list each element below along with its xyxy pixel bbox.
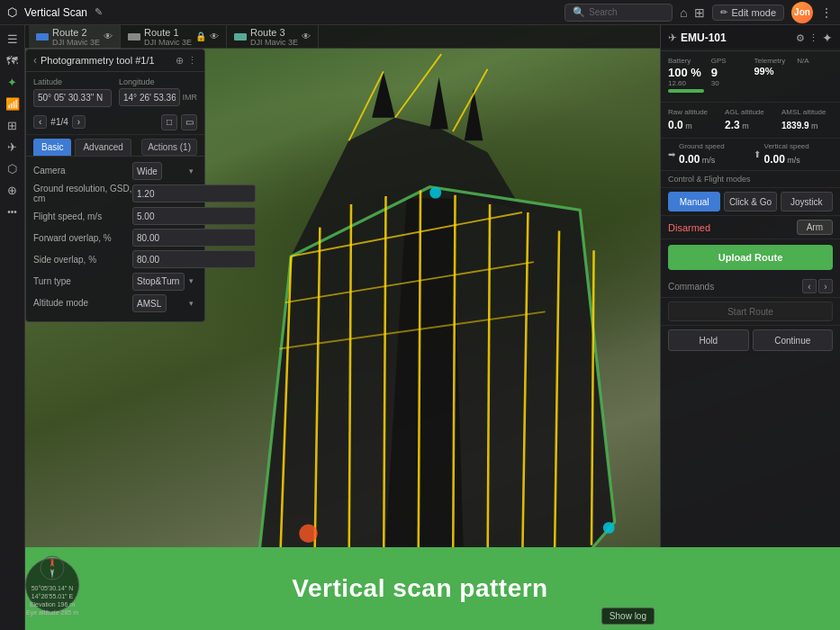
sidebar-item-tools[interactable]: ⊕ xyxy=(3,180,23,200)
ground-speed-label: Ground speed xyxy=(679,142,725,150)
cmd-nav-next[interactable]: › xyxy=(818,279,833,293)
nav-next-button[interactable]: › xyxy=(72,115,86,129)
imr-label[interactable]: IMR xyxy=(183,93,198,102)
nav-icon-rect[interactable]: ▭ xyxy=(181,114,197,130)
sidebar-item-menu[interactable]: ☰ xyxy=(3,29,23,49)
drone-stats: Battery 100 % 12.60 GPS 9 30 Telemetry 9… xyxy=(661,51,840,103)
gsd-label: Ground resolution, GSD, cm xyxy=(33,184,132,203)
nav-icon-square[interactable]: □ xyxy=(161,114,177,130)
altitude-row: Raw altitude 0.0 m AGL altitude 2.3 m AM… xyxy=(661,103,840,139)
battery-stat: Battery 100 % 12.60 xyxy=(668,57,704,93)
hold-button[interactable]: Hold xyxy=(668,329,749,351)
modes-label: Control & Flight modes xyxy=(668,175,751,184)
layers-icon[interactable]: ⊞ xyxy=(694,5,705,20)
edit-title-icon[interactable]: ✎ xyxy=(95,6,103,18)
cmd-nav-prev[interactable]: ‹ xyxy=(802,279,817,293)
sidebar-item-polygon[interactable]: ⬡ xyxy=(3,158,23,178)
forward-input[interactable] xyxy=(132,229,256,247)
show-log-button[interactable]: Show log xyxy=(601,608,655,625)
sidebar-item-route[interactable]: ✦ xyxy=(3,72,23,92)
drone-propeller-icon[interactable]: ✦ xyxy=(822,31,833,45)
route-tab-eye-0[interactable]: 👁 xyxy=(104,32,113,41)
gsd-input[interactable] xyxy=(132,184,256,202)
svg-point-26 xyxy=(429,187,441,199)
action-btns: Start Route xyxy=(661,298,840,326)
tab-advanced[interactable]: Advanced xyxy=(75,139,131,156)
drone-more-icon[interactable]: ⋮ xyxy=(808,32,818,44)
form-row-side: Side overlap, % xyxy=(33,250,197,268)
sidebar-item-map[interactable]: 🗺 xyxy=(3,50,23,70)
edit-mode-button[interactable]: ✏ Edit mode xyxy=(712,4,784,21)
vertical-speed: ⬆ Vertical speed 0.00 m/s xyxy=(754,142,834,166)
battery-bar xyxy=(668,89,704,93)
svg-marker-4 xyxy=(429,77,448,130)
latitude-input[interactable] xyxy=(33,89,112,107)
search-placeholder: Search xyxy=(589,7,618,17)
route-actions: Hold Continue xyxy=(661,326,840,355)
nav-label: #1/4 xyxy=(50,117,68,127)
top-bar: ⬡ Vertical Scan ✎ 🔍 Search ⌂ ⊞ ✏ Edit mo… xyxy=(0,0,840,25)
side-input[interactable] xyxy=(132,250,256,268)
route-tab-2[interactable]: Route 3 DJI Mavic 3E 👁 xyxy=(227,25,319,49)
back-button[interactable]: ‹ xyxy=(33,54,37,67)
form-row-turn: Turn type Stop&Turn xyxy=(33,272,197,291)
forward-label: Forward overlap, % xyxy=(33,233,132,243)
camera-label: Camera xyxy=(33,166,132,176)
raw-altitude: Raw altitude 0.0 m xyxy=(668,108,719,132)
tab-actions[interactable]: Actions (1) xyxy=(141,139,197,156)
home-icon[interactable]: ⌂ xyxy=(680,5,687,20)
user-initials: Jon xyxy=(794,7,810,17)
route-tab-0[interactable]: Route 2 DJI Mavic 3E 👁 xyxy=(29,25,121,49)
svg-text:N: N xyxy=(50,558,54,563)
route-tab-name-1: Route 1 xyxy=(144,27,192,38)
sidebar-item-drone[interactable]: ✈ xyxy=(3,137,23,157)
route-tab-eye-2[interactable]: 👁 xyxy=(302,32,311,41)
commands-nav: ‹ › xyxy=(802,279,833,293)
start-route-button[interactable]: Start Route xyxy=(668,302,833,321)
manual-button[interactable]: Manual xyxy=(668,192,720,212)
form-section: Camera Wide Ground resolution, GSD, cm F… xyxy=(26,157,204,322)
route-tab-lock-1[interactable]: 🔒 xyxy=(195,32,206,41)
continue-button[interactable]: Continue xyxy=(753,329,834,351)
speed-label: Flight speed, m/s xyxy=(33,212,132,221)
photo-panel-header: ‹ Photogrammetry tool #1/1 ⊕ ⋮ xyxy=(26,50,204,72)
joystick-button[interactable]: Joystick xyxy=(781,192,833,212)
gps-sub: 30 xyxy=(711,79,747,87)
search-box[interactable]: 🔍 Search xyxy=(565,4,673,22)
disarmed-label: Disarmed xyxy=(668,222,793,233)
sidebar-item-layers[interactable]: ⊞ xyxy=(3,115,23,135)
stats-row-1: Battery 100 % 12.60 GPS 9 30 Telemetry 9… xyxy=(668,57,833,93)
speed-input[interactable] xyxy=(132,207,256,225)
more-icon[interactable]: ⋮ xyxy=(820,5,833,20)
control-row: Manual Click & Go Joystick xyxy=(661,188,840,216)
longitude-field: Longitude IMR xyxy=(119,77,197,107)
raw-alt-value: 0.0 xyxy=(668,119,683,131)
copy-icon[interactable]: ⊕ xyxy=(176,55,184,67)
bottom-bar: Vertical scan pattern xyxy=(0,547,840,630)
speed-row: ➡ Ground speed 0.00 m/s ⬆ Vertical speed… xyxy=(661,139,840,171)
upload-route-button[interactable]: Upload Route xyxy=(668,245,833,270)
click-go-button[interactable]: Click & Go xyxy=(724,192,776,212)
photo-panel-icons: ⊕ ⋮ xyxy=(176,55,197,67)
longitude-input[interactable] xyxy=(119,88,180,106)
drone-settings-icon[interactable]: ⚙ xyxy=(796,32,805,44)
sidebar-item-signal[interactable]: 📶 xyxy=(3,94,23,113)
altitude-select[interactable]: AMSL xyxy=(132,294,167,312)
camera-select[interactable]: Wide xyxy=(132,162,162,180)
user-avatar[interactable]: Jon xyxy=(791,2,813,23)
nav-prev-button[interactable]: ‹ xyxy=(33,115,47,129)
latitude-field: Latitude xyxy=(33,77,112,107)
photogrammetry-panel: ‹ Photogrammetry tool #1/1 ⊕ ⋮ Latitude … xyxy=(25,49,205,322)
svg-marker-5 xyxy=(465,89,483,141)
side-label: Side overlap, % xyxy=(33,255,132,265)
na-stat: N/A xyxy=(797,57,833,93)
turn-select[interactable]: Stop&Turn xyxy=(132,273,185,291)
form-row-forward: Forward overlap, % xyxy=(33,229,197,247)
more-options-icon[interactable]: ⋮ xyxy=(187,55,197,67)
ground-speed-value: 0.00 xyxy=(679,153,700,166)
route-tab-eye-1[interactable]: 👁 xyxy=(210,32,219,41)
arm-button[interactable]: Arm xyxy=(797,220,833,235)
route-tab-1[interactable]: Route 1 DJI Mavic 3E 🔒 👁 xyxy=(121,25,227,49)
tab-basic[interactable]: Basic xyxy=(33,139,71,156)
sidebar-item-more[interactable]: ••• xyxy=(3,202,23,221)
